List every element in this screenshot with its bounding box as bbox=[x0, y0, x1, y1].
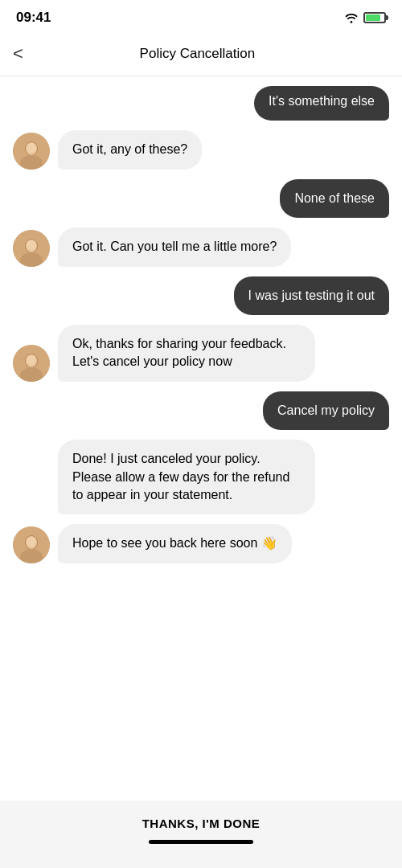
user-bubble: I was just testing it out bbox=[234, 276, 389, 315]
msg-text: Ok, thanks for sharing your feedback. Le… bbox=[72, 337, 286, 368]
msg-text: Got it. Can you tell me a little more? bbox=[72, 240, 277, 253]
avatar-image bbox=[13, 133, 50, 170]
message-row: Got it. Can you tell me a little more? bbox=[13, 227, 389, 266]
bot-bubble: Done! I just canceled your policy. Pleas… bbox=[58, 440, 315, 514]
bot-bubble: Hope to see you back here soon 👋 bbox=[58, 524, 292, 563]
avatar bbox=[13, 230, 50, 267]
wifi-icon bbox=[344, 12, 359, 23]
message-row-partial: It's something else bbox=[13, 86, 389, 121]
user-bubble: None of these bbox=[280, 179, 389, 218]
msg-text: Done! I just canceled your policy. Pleas… bbox=[72, 452, 289, 502]
user-bubble-partial: It's something else bbox=[254, 86, 389, 121]
message-row: Done! I just canceled your policy. Pleas… bbox=[13, 440, 389, 514]
battery-fill bbox=[366, 14, 380, 21]
msg-text-partial: It's something else bbox=[269, 94, 375, 108]
msg-text: Cancel my policy bbox=[277, 403, 375, 417]
avatar bbox=[13, 133, 50, 170]
message-row: Ok, thanks for sharing your feedback. Le… bbox=[13, 325, 389, 382]
bot-bubble: Got it. Can you tell me a little more? bbox=[58, 227, 291, 266]
battery-icon bbox=[363, 12, 386, 23]
status-bar: 09:41 bbox=[0, 0, 402, 32]
msg-text: Hope to see you back here soon 👋 bbox=[72, 536, 277, 550]
avatar-image bbox=[13, 230, 50, 267]
avatar bbox=[13, 345, 50, 382]
footer: THANKS, I'M DONE bbox=[0, 800, 402, 868]
msg-text: None of these bbox=[294, 191, 375, 205]
user-bubble: Cancel my policy bbox=[263, 391, 389, 430]
thanks-done-button[interactable]: THANKS, I'M DONE bbox=[142, 817, 260, 830]
msg-text: I was just testing it out bbox=[248, 289, 375, 302]
status-time: 09:41 bbox=[16, 10, 51, 26]
avatar-image bbox=[13, 345, 50, 382]
message-row-user: Cancel my policy bbox=[13, 391, 389, 430]
header: < Policy Cancellation bbox=[0, 32, 402, 76]
svg-point-14 bbox=[27, 355, 36, 365]
home-indicator bbox=[149, 840, 253, 844]
svg-point-19 bbox=[27, 537, 36, 547]
message-row-user: I was just testing it out bbox=[13, 276, 389, 315]
header-title: Policy Cancellation bbox=[30, 46, 365, 62]
bot-bubble: Ok, thanks for sharing your feedback. Le… bbox=[58, 325, 315, 382]
message-row: Hope to see you back here soon 👋 bbox=[13, 524, 389, 563]
avatar-image bbox=[13, 526, 50, 563]
svg-point-9 bbox=[27, 240, 36, 250]
back-button[interactable]: < bbox=[13, 40, 30, 68]
bot-bubble: Got it, any of these? bbox=[58, 130, 202, 169]
message-row-user: None of these bbox=[13, 179, 389, 218]
message-row: Got it, any of these? bbox=[13, 130, 389, 169]
avatar bbox=[13, 526, 50, 563]
chat-area: It's something else Got it, any of these… bbox=[0, 76, 402, 800]
status-icons bbox=[344, 12, 386, 23]
svg-point-4 bbox=[27, 143, 36, 153]
msg-text: Got it, any of these? bbox=[72, 142, 187, 156]
